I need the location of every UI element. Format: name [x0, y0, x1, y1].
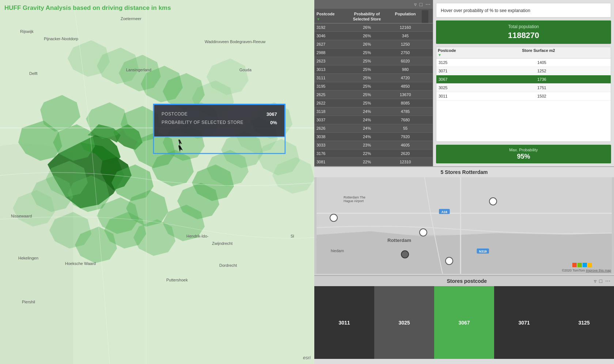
td-postcode: 2622	[316, 100, 345, 106]
td-population: 6020	[389, 58, 422, 64]
table-row[interactable]: 3013 25% 980	[314, 65, 433, 74]
table-row[interactable]: 2627 26% 1250	[314, 40, 433, 49]
table-row[interactable]: 2988 25% 2750	[314, 49, 433, 57]
td-probability: 24%	[345, 117, 389, 123]
td-population: 2620	[389, 150, 422, 157]
ict-surface: 1502	[474, 93, 609, 99]
map-tooltip: POSTCODE 3067 PROBABILITY OF SELECTED ST…	[154, 104, 285, 137]
bottom-expand-icon[interactable]: □	[599, 278, 602, 284]
improve-map-link[interactable]: Improve this map	[586, 269, 611, 272]
table-row[interactable]: 2623 25% 6020	[314, 57, 433, 65]
td-population: 1250	[389, 41, 422, 48]
postcode-bar-3011[interactable]: 3011	[314, 286, 374, 359]
td-population: 4720	[389, 75, 422, 81]
table-row[interactable]: 2626 24% 55	[314, 124, 433, 133]
td-postcode: 3081	[316, 159, 345, 165]
td-probability: 26%	[345, 33, 389, 39]
td-probability: 24%	[345, 133, 389, 140]
store-table-row[interactable]: 3071 1252	[436, 67, 611, 75]
store-sort-arrow[interactable]: ▼	[438, 53, 441, 57]
main-map[interactable]: HUFF Gravity Analysis based on driving d…	[0, 0, 314, 364]
store-dot-3[interactable]	[401, 250, 409, 258]
table-row[interactable]: 3037 24% 7680	[314, 116, 433, 124]
bing-sq-blue	[583, 263, 587, 267]
table-row[interactable]: 3176 22% 2620	[314, 149, 433, 158]
postcode-bar-3025[interactable]: 3025	[374, 286, 434, 359]
store-table-header: Postcode ▼ Store Surface m2	[436, 47, 611, 58]
more-icon[interactable]: ⋯	[425, 1, 431, 7]
table-row[interactable]: 2622 25% 8085	[314, 99, 433, 107]
store-dot-2[interactable]	[419, 228, 427, 236]
tooltip-label-probability: PROBABILITY OF SELECTED STORE	[162, 120, 243, 125]
td-population: 55	[389, 125, 422, 132]
table-row[interactable]: 3118 24% 4785	[314, 107, 433, 116]
td-postcode: 3033	[316, 142, 345, 148]
td-population: 8085	[389, 100, 422, 106]
store-table-row[interactable]: 3011 1502	[436, 92, 611, 101]
table-row[interactable]: 3033 23% 4605	[314, 141, 433, 149]
th-probability: Probability of Selected Store	[345, 10, 389, 23]
store-dot-5[interactable]	[489, 197, 497, 205]
bottom-toolbar: Stores postcode ▿ □ ⋯	[314, 276, 614, 286]
store-surface-table-card: Postcode ▼ Store Surface m2 3125 1405 30…	[436, 47, 611, 142]
td-postcode: 3038	[316, 133, 345, 140]
expand-icon[interactable]: □	[420, 1, 422, 7]
postcode-bar-3071[interactable]: 3071	[494, 286, 554, 359]
sort-arrow-postcode[interactable]: ▼	[317, 17, 320, 21]
max-probability-card: Max. Probability 95%	[436, 145, 611, 163]
postcode-bar-3125[interactable]: 3125	[554, 286, 614, 359]
ict-surface: 1252	[474, 68, 609, 74]
svg-text:A16: A16	[441, 210, 447, 214]
td-postcode: 3118	[316, 108, 345, 115]
map-title: HUFF Gravity Analysis based on driving d…	[4, 4, 171, 12]
ict-postcode: 3011	[438, 93, 474, 99]
store-table-row[interactable]: 3125 1405	[436, 58, 611, 67]
td-probability: 23%	[345, 142, 389, 148]
td-probability: 22%	[345, 150, 389, 157]
store-table-row[interactable]: 3067 1736	[436, 75, 611, 84]
table-toolbar: ▿ □ ⋯	[314, 0, 433, 9]
td-probability: 25%	[345, 75, 389, 81]
table-row[interactable]: 3192 26% 12160	[314, 23, 433, 32]
td-probability: 25%	[345, 66, 389, 73]
td-population: 4605	[389, 142, 422, 148]
bing-sq-yellow	[588, 263, 592, 267]
bottom-more-icon[interactable]: ⋯	[605, 278, 610, 284]
td-population: 12160	[389, 24, 422, 31]
store-dot-1[interactable]	[330, 214, 338, 222]
table-row[interactable]: 3195 25% 4850	[314, 82, 433, 91]
table-row[interactable]: 3111 25% 4720	[314, 74, 433, 82]
td-postcode: 2627	[316, 41, 345, 48]
filter-icon[interactable]: ▿	[414, 1, 417, 7]
td-population: 980	[389, 66, 422, 73]
store-table-row[interactable]: 3025 1751	[436, 84, 611, 92]
table-row[interactable]: 2625 25% 13670	[314, 91, 433, 99]
bottom-filter-icon[interactable]: ▿	[594, 278, 596, 284]
table-body[interactable]: 3192 26% 12160 3046 26% 345 2627 26% 125…	[314, 23, 433, 166]
postcode-bar-3067[interactable]: 3067	[434, 286, 494, 359]
td-population: 4850	[389, 83, 422, 90]
th-postcode: Postcode ▼	[316, 10, 345, 23]
td-postcode: 3111	[316, 75, 345, 81]
td-postcode: 3013	[316, 66, 345, 73]
mini-map-panel: 5 Stores Rotterdam A16	[314, 166, 614, 276]
td-probability: 25%	[345, 58, 389, 64]
bing-sq-red	[572, 263, 577, 267]
hover-info-card: Hover over probability of % to see expla…	[436, 3, 611, 18]
store-table-body: 3125 1405 3071 1252 3067 1736 3025 1751 …	[436, 58, 611, 101]
table-row[interactable]: 3081 22% 12310	[314, 158, 433, 166]
bing-logo	[572, 263, 592, 267]
td-population: 12310	[389, 159, 422, 165]
td-postcode: 3195	[316, 83, 345, 90]
td-probability: 25%	[345, 100, 389, 106]
td-probability: 26%	[345, 41, 389, 48]
td-postcode: 3176	[316, 150, 345, 157]
bottom-panel: Stores postcode ▿ □ ⋯ 301130253067307131…	[314, 276, 614, 364]
tooltip-value-probability: 0%	[270, 120, 277, 125]
store-dot-4[interactable]	[445, 257, 453, 265]
table-row[interactable]: 3038 24% 7920	[314, 133, 433, 141]
td-probability: 24%	[345, 125, 389, 132]
svg-marker-47	[317, 231, 612, 274]
table-row[interactable]: 3046 26% 345	[314, 32, 433, 40]
td-postcode: 2625	[316, 91, 345, 98]
